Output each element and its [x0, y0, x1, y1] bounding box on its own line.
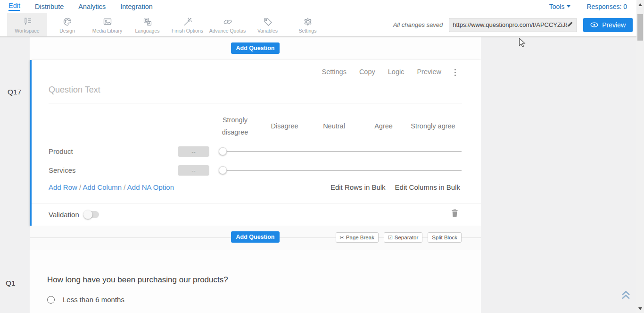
scrollbar-up-arrow[interactable] — [638, 3, 642, 6]
slider-track[interactable] — [220, 151, 462, 152]
caret-down-icon — [567, 5, 570, 8]
tag-icon — [263, 17, 273, 27]
chain-link-icon — [223, 17, 233, 27]
question-id-q1: Q1 — [6, 279, 16, 288]
slider-value-badge: -- — [178, 146, 209, 157]
checkbox-checked-icon: ☑ — [388, 235, 393, 241]
separator-button[interactable]: ☑ Separator — [384, 232, 422, 243]
split-block-label: Split Block — [432, 235, 457, 240]
survey-canvas: Add Question Settings Copy Logic Preview… — [30, 37, 481, 313]
toolbar-item-label: Finish Options — [172, 28, 203, 34]
add-question-strip-between: Add Question ✂ Page Break ☑ Separator Sp… — [30, 226, 481, 250]
toolbar-item-variables[interactable]: Variables — [248, 13, 288, 36]
scale-column-strongly-agree[interactable]: Strongly agree — [408, 113, 458, 139]
kebab-menu-icon[interactable] — [454, 69, 456, 76]
nav-tab-analytics[interactable]: Analytics — [78, 3, 106, 10]
toolbar-item-workspace[interactable]: Workspace — [7, 13, 47, 36]
validation-label: Validation — [49, 211, 79, 219]
question-number-rail: Q17 Q1 — [0, 37, 30, 313]
toggle-knob — [83, 210, 92, 219]
matrix-row-label-product[interactable]: Product — [49, 147, 73, 155]
toolbar-item-label: Design — [59, 28, 75, 34]
toolbar-item-media-library[interactable]: Media Library — [87, 13, 127, 36]
add-question-button-between[interactable]: Add Question — [231, 231, 280, 243]
scrollbar-thumb[interactable] — [637, 14, 643, 41]
add-row-link[interactable]: Add Row — [49, 183, 77, 191]
scale-column-neutral[interactable]: Neutral — [309, 113, 359, 139]
split-block-button[interactable]: Split Block — [428, 232, 462, 243]
toolbar-item-advance-quotas[interactable]: Advance Quotas — [207, 13, 248, 36]
toolbar-item-label: Workspace — [15, 28, 39, 34]
edit-rows-in-bulk-link[interactable]: Edit Rows in Bulk — [330, 183, 386, 191]
nav-right: Tools Responses: 0 — [549, 3, 636, 10]
question-logic-button[interactable]: Logic — [388, 68, 405, 76]
scale-column-agree[interactable]: Agree — [359, 113, 408, 139]
radio-button-icon[interactable] — [47, 296, 55, 304]
question-text-input[interactable]: Question Text — [49, 85, 462, 103]
gear-icon — [303, 17, 313, 27]
eye-icon — [590, 21, 598, 29]
nav-tabs: Edit Distribute Analytics Integration — [0, 2, 153, 11]
add-question-strip-top: Add Question — [30, 37, 481, 60]
toolbar-item-finish-options[interactable]: Finish Options — [167, 13, 207, 36]
scale-column-headers: Strongly disagree Disagree Neutral Agree… — [210, 113, 458, 139]
question-settings-button[interactable]: Settings — [322, 68, 346, 76]
question-card-menu: Settings Copy Logic Preview — [322, 68, 441, 76]
toolbar-right: All changes saved https://www.questionpr… — [393, 13, 636, 36]
image-icon — [102, 17, 113, 27]
toolbar-item-settings[interactable]: Settings — [288, 13, 328, 36]
slider-thumb[interactable] — [219, 147, 227, 155]
questionpro-survey-editor: Edit Distribute Analytics Integration To… — [0, 0, 644, 313]
question-card-q1[interactable]: How long have you been purchasing our pr… — [30, 250, 481, 313]
toolbar-item-design[interactable]: Design — [47, 13, 87, 36]
delete-question-trash-icon[interactable] — [451, 209, 458, 219]
page-break-label: Page Break — [346, 235, 374, 240]
toolbar-item-label: Media Library — [92, 28, 123, 34]
right-gutter — [481, 37, 636, 313]
edit-url-pencil-icon[interactable] — [567, 21, 573, 29]
page-break-button[interactable]: ✂ Page Break — [336, 232, 379, 243]
toolbar-item-label: Advance Quotas — [209, 28, 246, 34]
save-status-text: All changes saved — [393, 21, 443, 28]
nav-tab-integration[interactable]: Integration — [120, 3, 153, 10]
scale-column-strongly-disagree[interactable]: Strongly disagree — [210, 113, 260, 139]
separator-label: Separator — [395, 235, 419, 240]
add-na-option-link[interactable]: Add NA Option — [127, 183, 174, 191]
validation-toggle[interactable] — [84, 211, 99, 218]
q1-option-label: Less than 6 months — [63, 296, 124, 304]
tools-label: Tools — [549, 3, 565, 10]
preview-button[interactable]: Preview — [583, 18, 633, 32]
workspace-icon — [22, 17, 33, 27]
toolbar-item-languages[interactable]: Languages — [127, 13, 167, 36]
edit-columns-in-bulk-link[interactable]: Edit Columns in Bulk — [395, 183, 460, 191]
add-column-link[interactable]: Add Column — [83, 183, 122, 191]
magic-wand-icon — [182, 17, 193, 27]
vertical-scrollbar[interactable] — [636, 0, 644, 313]
matrix-row-label-services[interactable]: Services — [49, 166, 76, 174]
survey-url-field[interactable]: https://www.questionpro.com/t/APCCYZiJ8 — [449, 18, 577, 32]
scroll-to-top-chevrons-icon[interactable] — [620, 289, 631, 303]
toolbar-item-label: Variables — [257, 28, 278, 34]
q1-option-row[interactable]: Less than 6 months — [47, 296, 124, 304]
palette-icon — [62, 17, 73, 27]
question-copy-button[interactable]: Copy — [359, 68, 375, 76]
slider-value-badge: -- — [178, 165, 209, 176]
slider-thumb[interactable] — [219, 166, 227, 174]
q1-title[interactable]: How long have you been purchasing our pr… — [47, 275, 228, 285]
row-column-links: Add Row / Add Column / Add NA Option — [49, 183, 174, 191]
nav-tab-edit[interactable]: Edit — [8, 2, 20, 11]
nav-tab-distribute[interactable]: Distribute — [35, 3, 64, 10]
survey-url-text: https://www.questionpro.com/t/APCCYZiJ8 — [453, 21, 567, 28]
scrollbar-down-arrow[interactable] — [638, 307, 642, 310]
validation-row: Validation — [49, 211, 99, 219]
tools-menu[interactable]: Tools — [549, 3, 571, 10]
slider-track[interactable] — [220, 170, 462, 171]
add-question-button-top[interactable]: Add Question — [231, 42, 280, 54]
question-preview-button[interactable]: Preview — [417, 68, 441, 76]
toolbar-items: Workspace Design Media L — [7, 13, 328, 36]
scale-column-disagree[interactable]: Disagree — [260, 113, 309, 139]
question-card-q17[interactable]: Settings Copy Logic Preview Question Tex… — [30, 60, 481, 226]
top-nav: Edit Distribute Analytics Integration To… — [0, 0, 636, 13]
bulk-edit-links: Edit Rows in Bulk Edit Columns in Bulk — [330, 183, 460, 191]
responses-count[interactable]: Responses: 0 — [586, 3, 627, 10]
